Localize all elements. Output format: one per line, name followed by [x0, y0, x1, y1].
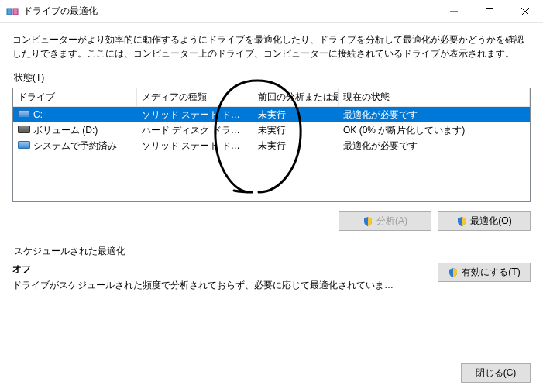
- shield-icon: [448, 267, 459, 278]
- media-type: ハード ディスク ドライブ: [137, 124, 253, 137]
- col-header-drive[interactable]: ドライブ: [13, 88, 137, 106]
- media-type: ソリッド ステート ドライブ: [137, 108, 253, 122]
- col-header-status[interactable]: 現在の状態: [339, 88, 530, 106]
- window-title: ドライブの最適化: [23, 5, 98, 18]
- current-status: 最適化が必要です: [339, 139, 530, 153]
- col-header-last[interactable]: 前回の分析または最…: [253, 88, 339, 106]
- svg-rect-3: [486, 8, 493, 15]
- titlebar: ドライブの最適化: [0, 0, 543, 23]
- current-status: 最適化が必要です: [339, 108, 530, 122]
- drive-name: ボリューム (D:): [33, 125, 98, 136]
- optimize-button[interactable]: 最適化(O): [438, 211, 531, 231]
- description-text: コンピューターがより効率的に動作するようにドライブを最適化したり、ドライブを分析…: [12, 33, 531, 60]
- shield-icon: [456, 216, 467, 227]
- media-type: ソリッド ステート ドライブ: [137, 139, 253, 153]
- enable-schedule-button[interactable]: 有効にする(T): [438, 263, 531, 282]
- table-row[interactable]: C:ソリッド ステート ドライブ未実行最適化が必要です: [13, 107, 530, 122]
- status-label: 状態(T): [14, 71, 531, 84]
- drive-icon: [18, 126, 30, 133]
- schedule-label: スケジュールされた最適化: [14, 245, 531, 258]
- last-run: 未実行: [253, 139, 339, 153]
- drive-list-header: ドライブ メディアの種類 前回の分析または最… 現在の状態: [13, 88, 530, 107]
- optimize-button-label: 最適化(O): [470, 215, 511, 228]
- close-button[interactable]: [507, 0, 543, 23]
- current-status: OK (0% が断片化しています): [339, 124, 530, 137]
- analyze-button-label: 分析(A): [376, 215, 407, 228]
- drive-icon: [18, 141, 30, 149]
- last-run: 未実行: [253, 108, 339, 122]
- drive-list: ドライブ メディアの種類 前回の分析または最… 現在の状態 C:ソリッド ステー…: [12, 88, 531, 202]
- close-dialog-button[interactable]: 閉じる(C): [461, 363, 531, 383]
- enable-schedule-label: 有効にする(T): [462, 266, 520, 279]
- shield-icon: [363, 216, 373, 227]
- drive-name: C:: [33, 109, 43, 120]
- schedule-state: オフ: [12, 263, 422, 276]
- analyze-button[interactable]: 分析(A): [339, 211, 431, 231]
- close-dialog-label: 閉じる(C): [476, 366, 517, 380]
- svg-rect-0: [7, 9, 12, 15]
- maximize-button[interactable]: [472, 0, 507, 23]
- svg-rect-1: [13, 9, 18, 15]
- app-icon: [6, 5, 19, 18]
- drive-icon: [18, 110, 30, 118]
- col-header-media[interactable]: メディアの種類: [137, 88, 253, 106]
- minimize-button[interactable]: [436, 0, 472, 23]
- drive-name: システムで予約済み: [33, 140, 117, 151]
- table-row[interactable]: ボリューム (D:)ハード ディスク ドライブ未実行OK (0% が断片化してい…: [13, 122, 530, 138]
- last-run: 未実行: [253, 124, 339, 137]
- table-row[interactable]: システムで予約済みソリッド ステート ドライブ未実行最適化が必要です: [13, 138, 530, 153]
- schedule-desc: ドライブがスケジュールされた頻度で分析されておらず、必要に応じて最適化されていま…: [12, 279, 422, 292]
